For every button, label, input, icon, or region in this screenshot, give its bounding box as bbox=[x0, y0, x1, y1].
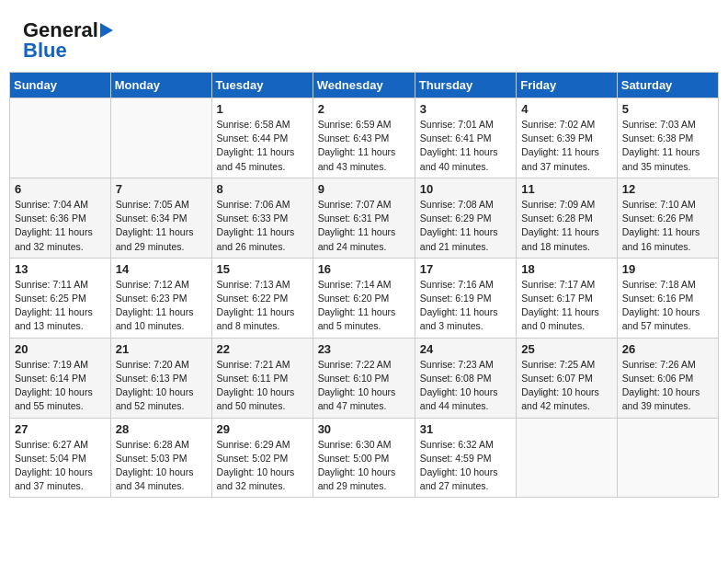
day-detail: Sunrise: 7:14 AM Sunset: 6:20 PM Dayligh… bbox=[318, 278, 410, 334]
day-detail: Sunrise: 7:17 AM Sunset: 6:17 PM Dayligh… bbox=[521, 278, 612, 334]
col-header-monday: Monday bbox=[110, 73, 211, 98]
calendar-day-cell: 17Sunrise: 7:16 AM Sunset: 6:19 PM Dayli… bbox=[415, 258, 516, 338]
calendar-day-cell: 28Sunrise: 6:28 AM Sunset: 5:03 PM Dayli… bbox=[110, 418, 211, 498]
calendar-day-cell: 22Sunrise: 7:21 AM Sunset: 6:11 PM Dayli… bbox=[211, 338, 313, 418]
day-detail: Sunrise: 7:04 AM Sunset: 6:36 PM Dayligh… bbox=[15, 198, 106, 254]
day-detail: Sunrise: 6:27 AM Sunset: 5:04 PM Dayligh… bbox=[15, 438, 106, 494]
calendar-day-cell: 18Sunrise: 7:17 AM Sunset: 6:17 PM Dayli… bbox=[517, 258, 618, 338]
calendar-day-cell: 12Sunrise: 7:10 AM Sunset: 6:26 PM Dayli… bbox=[617, 178, 718, 258]
calendar-day-cell: 8Sunrise: 7:06 AM Sunset: 6:33 PM Daylig… bbox=[211, 178, 313, 258]
day-detail: Sunrise: 7:06 AM Sunset: 6:33 PM Dayligh… bbox=[217, 198, 308, 254]
day-number: 24 bbox=[420, 342, 511, 356]
day-detail: Sunrise: 7:10 AM Sunset: 6:26 PM Dayligh… bbox=[622, 198, 713, 254]
logo: General Blue bbox=[23, 18, 113, 63]
calendar-header-row: SundayMondayTuesdayWednesdayThursdayFrid… bbox=[10, 73, 719, 98]
calendar-day-cell: 27Sunrise: 6:27 AM Sunset: 5:04 PM Dayli… bbox=[10, 418, 111, 498]
day-number: 6 bbox=[15, 182, 106, 196]
calendar-day-cell: 7Sunrise: 7:05 AM Sunset: 6:34 PM Daylig… bbox=[110, 178, 211, 258]
day-number: 31 bbox=[420, 422, 511, 436]
calendar-day-cell: 15Sunrise: 7:13 AM Sunset: 6:22 PM Dayli… bbox=[211, 258, 313, 338]
calendar-day-cell: 26Sunrise: 7:26 AM Sunset: 6:06 PM Dayli… bbox=[617, 338, 718, 418]
calendar-day-cell: 21Sunrise: 7:20 AM Sunset: 6:13 PM Dayli… bbox=[110, 338, 211, 418]
calendar-day-cell: 4Sunrise: 7:02 AM Sunset: 6:39 PM Daylig… bbox=[517, 98, 618, 178]
day-detail: Sunrise: 7:11 AM Sunset: 6:25 PM Dayligh… bbox=[15, 278, 106, 334]
calendar-day-cell: 5Sunrise: 7:03 AM Sunset: 6:38 PM Daylig… bbox=[617, 98, 718, 178]
day-detail: Sunrise: 7:05 AM Sunset: 6:34 PM Dayligh… bbox=[116, 198, 207, 254]
col-header-tuesday: Tuesday bbox=[211, 73, 313, 98]
day-number: 13 bbox=[15, 262, 106, 276]
logo-arrow-icon bbox=[100, 23, 113, 38]
calendar-day-cell: 19Sunrise: 7:18 AM Sunset: 6:16 PM Dayli… bbox=[617, 258, 718, 338]
day-number: 7 bbox=[116, 182, 207, 196]
day-detail: Sunrise: 7:08 AM Sunset: 6:29 PM Dayligh… bbox=[420, 198, 511, 254]
calendar-day-cell: 10Sunrise: 7:08 AM Sunset: 6:29 PM Dayli… bbox=[415, 178, 516, 258]
day-number: 29 bbox=[217, 422, 308, 436]
calendar-day-cell: 11Sunrise: 7:09 AM Sunset: 6:28 PM Dayli… bbox=[517, 178, 618, 258]
day-detail: Sunrise: 7:09 AM Sunset: 6:28 PM Dayligh… bbox=[521, 198, 612, 254]
day-number: 10 bbox=[420, 182, 511, 196]
logo-blue: Blue bbox=[23, 39, 67, 63]
day-number: 11 bbox=[521, 182, 612, 196]
calendar-day-cell: 3Sunrise: 7:01 AM Sunset: 6:41 PM Daylig… bbox=[415, 98, 516, 178]
day-detail: Sunrise: 6:30 AM Sunset: 5:00 PM Dayligh… bbox=[318, 438, 410, 494]
day-number: 23 bbox=[318, 342, 410, 356]
day-detail: Sunrise: 7:02 AM Sunset: 6:39 PM Dayligh… bbox=[521, 118, 612, 174]
col-header-wednesday: Wednesday bbox=[313, 73, 415, 98]
day-detail: Sunrise: 7:23 AM Sunset: 6:08 PM Dayligh… bbox=[420, 358, 511, 414]
day-detail: Sunrise: 7:22 AM Sunset: 6:10 PM Dayligh… bbox=[318, 358, 410, 414]
day-number: 15 bbox=[217, 262, 308, 276]
calendar-day-cell: 14Sunrise: 7:12 AM Sunset: 6:23 PM Dayli… bbox=[110, 258, 211, 338]
day-detail: Sunrise: 7:16 AM Sunset: 6:19 PM Dayligh… bbox=[420, 278, 511, 334]
calendar-week-row: 6Sunrise: 7:04 AM Sunset: 6:36 PM Daylig… bbox=[10, 178, 719, 258]
calendar-day-cell: 6Sunrise: 7:04 AM Sunset: 6:36 PM Daylig… bbox=[10, 178, 111, 258]
day-number: 14 bbox=[116, 262, 207, 276]
day-number: 8 bbox=[217, 182, 308, 196]
page-header: General Blue bbox=[9, 9, 719, 67]
day-detail: Sunrise: 6:28 AM Sunset: 5:03 PM Dayligh… bbox=[116, 438, 207, 494]
day-detail: Sunrise: 7:19 AM Sunset: 6:14 PM Dayligh… bbox=[15, 358, 106, 414]
calendar-day-cell: 16Sunrise: 7:14 AM Sunset: 6:20 PM Dayli… bbox=[313, 258, 415, 338]
day-detail: Sunrise: 6:58 AM Sunset: 6:44 PM Dayligh… bbox=[217, 118, 308, 174]
day-detail: Sunrise: 7:18 AM Sunset: 6:16 PM Dayligh… bbox=[622, 278, 713, 334]
calendar-day-cell: 29Sunrise: 6:29 AM Sunset: 5:02 PM Dayli… bbox=[211, 418, 313, 498]
day-detail: Sunrise: 7:13 AM Sunset: 6:22 PM Dayligh… bbox=[217, 278, 308, 334]
calendar-day-cell: 23Sunrise: 7:22 AM Sunset: 6:10 PM Dayli… bbox=[313, 338, 415, 418]
day-detail: Sunrise: 7:03 AM Sunset: 6:38 PM Dayligh… bbox=[622, 118, 713, 174]
col-header-friday: Friday bbox=[517, 73, 618, 98]
day-number: 18 bbox=[521, 262, 612, 276]
col-header-thursday: Thursday bbox=[415, 73, 516, 98]
calendar-week-row: 27Sunrise: 6:27 AM Sunset: 5:04 PM Dayli… bbox=[10, 418, 719, 498]
day-number: 28 bbox=[116, 422, 207, 436]
calendar-day-cell: 2Sunrise: 6:59 AM Sunset: 6:43 PM Daylig… bbox=[313, 98, 415, 178]
day-number: 4 bbox=[521, 102, 612, 116]
day-number: 3 bbox=[420, 102, 511, 116]
calendar-day-cell bbox=[110, 98, 211, 178]
day-number: 22 bbox=[217, 342, 308, 356]
calendar-day-cell bbox=[517, 418, 618, 498]
col-header-saturday: Saturday bbox=[617, 73, 718, 98]
day-detail: Sunrise: 7:26 AM Sunset: 6:06 PM Dayligh… bbox=[622, 358, 713, 414]
day-number: 27 bbox=[15, 422, 106, 436]
calendar-day-cell: 30Sunrise: 6:30 AM Sunset: 5:00 PM Dayli… bbox=[313, 418, 415, 498]
day-detail: Sunrise: 7:12 AM Sunset: 6:23 PM Dayligh… bbox=[116, 278, 207, 334]
day-detail: Sunrise: 7:07 AM Sunset: 6:31 PM Dayligh… bbox=[318, 198, 410, 254]
day-number: 19 bbox=[622, 262, 713, 276]
day-detail: Sunrise: 7:25 AM Sunset: 6:07 PM Dayligh… bbox=[521, 358, 612, 414]
day-number: 5 bbox=[622, 102, 713, 116]
day-detail: Sunrise: 6:59 AM Sunset: 6:43 PM Dayligh… bbox=[318, 118, 410, 174]
calendar-day-cell: 13Sunrise: 7:11 AM Sunset: 6:25 PM Dayli… bbox=[10, 258, 111, 338]
calendar-week-row: 13Sunrise: 7:11 AM Sunset: 6:25 PM Dayli… bbox=[10, 258, 719, 338]
calendar-day-cell: 25Sunrise: 7:25 AM Sunset: 6:07 PM Dayli… bbox=[517, 338, 618, 418]
day-number: 1 bbox=[217, 102, 308, 116]
day-number: 2 bbox=[318, 102, 410, 116]
day-number: 21 bbox=[116, 342, 207, 356]
day-detail: Sunrise: 7:20 AM Sunset: 6:13 PM Dayligh… bbox=[116, 358, 207, 414]
calendar-day-cell: 31Sunrise: 6:32 AM Sunset: 4:59 PM Dayli… bbox=[415, 418, 516, 498]
calendar-week-row: 20Sunrise: 7:19 AM Sunset: 6:14 PM Dayli… bbox=[10, 338, 719, 418]
day-number: 20 bbox=[15, 342, 106, 356]
calendar-table: SundayMondayTuesdayWednesdayThursdayFrid… bbox=[9, 72, 719, 498]
calendar-day-cell bbox=[617, 418, 718, 498]
calendar-day-cell: 24Sunrise: 7:23 AM Sunset: 6:08 PM Dayli… bbox=[415, 338, 516, 418]
day-number: 26 bbox=[622, 342, 713, 356]
day-number: 12 bbox=[622, 182, 713, 196]
